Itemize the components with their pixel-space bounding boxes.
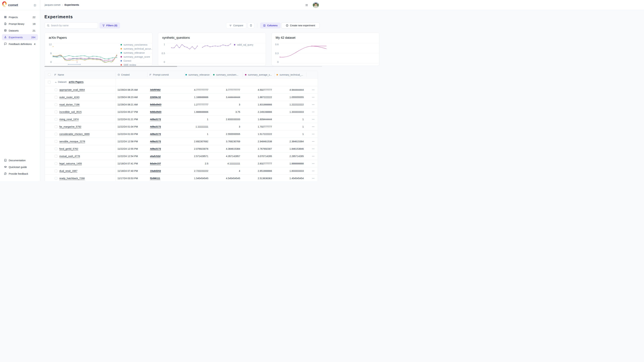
svg-text:0: 0 — [164, 61, 165, 63]
svg-text:0: 0 — [50, 61, 52, 63]
svg-text:0.3: 0.3 — [275, 52, 278, 55]
svg-text:0: 0 — [277, 61, 278, 63]
svg-text:12: 12 — [49, 43, 52, 46]
svg-text:6: 6 — [50, 52, 52, 55]
svg-text:0.5: 0.5 — [162, 52, 165, 55]
svg-text:1: 1 — [164, 43, 165, 46]
svg-text:0.6: 0.6 — [275, 43, 278, 46]
